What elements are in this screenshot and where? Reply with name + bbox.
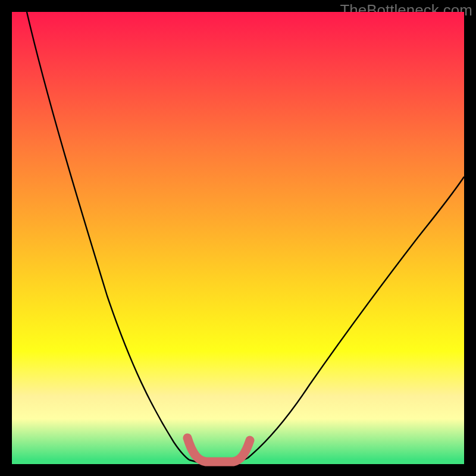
plot-gradient-background (12, 12, 464, 464)
curve-left (27, 12, 189, 460)
curve-right (248, 177, 464, 458)
frame: TheBottleneck.com (0, 0, 476, 476)
plot-svg (12, 12, 464, 464)
valley-marker (187, 438, 250, 462)
